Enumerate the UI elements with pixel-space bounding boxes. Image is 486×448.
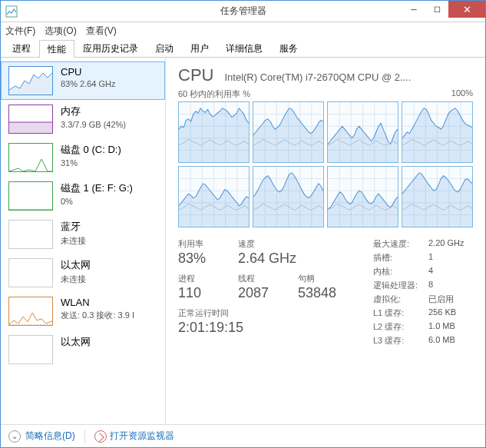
info-label: 最大速度: [373, 238, 428, 250]
stats-right: 最大速度:2.20 GHz插槽:1内核:4逻辑处理器:8虚拟化:已启用L1 缓存… [373, 238, 485, 349]
side-info: CPU 83% 2.64 GHz [61, 66, 116, 88]
tab-启动[interactable]: 启动 [147, 39, 182, 57]
info-value: 256 KB [428, 307, 456, 319]
info-label: 插槽: [373, 252, 428, 264]
menu-item[interactable]: 文件(F) [5, 25, 35, 38]
svg-rect-9 [9, 221, 52, 248]
side-thumb [8, 297, 53, 326]
info-row: 虚拟化:已启用 [373, 294, 485, 305]
svg-rect-10 [9, 259, 52, 287]
chart-max: 100% [451, 88, 473, 100]
sidebar-item-以太网[interactable]: 以太网 [1, 330, 165, 369]
sidebar-item-WLAN[interactable]: WLAN 发送: 0.3 接收: 3.9 I [1, 292, 165, 330]
info-row: L3 缓存:6.0 MB [373, 335, 485, 347]
info-label: L1 缓存: [373, 307, 428, 319]
side-sub: 31% [61, 158, 121, 168]
svg-rect-4 [9, 122, 52, 133]
info-row: 逻辑处理器:8 [373, 280, 485, 291]
stat-row: 进程110线程2087句柄53848 [178, 273, 358, 301]
side-name: 内存 [61, 105, 126, 118]
sidebar-item-CPU[interactable]: CPU 83% 2.64 GHz [1, 61, 165, 100]
side-sub: 未连接 [61, 274, 91, 285]
side-info: 磁盘 0 (C: D:) 31% [61, 143, 121, 168]
close-button[interactable]: ✕ [448, 1, 485, 18]
stat-label: 线程 [238, 273, 298, 284]
side-info: WLAN 发送: 0.3 接收: 3.9 I [61, 297, 134, 321]
stat-value: 110 [178, 285, 238, 301]
stat-value: 53848 [298, 285, 358, 301]
side-thumb [8, 258, 53, 287]
content: CPU 83% 2.64 GHz 内存 3.3/7.9 GB (42%) 磁盘 … [1, 58, 485, 424]
cpu-grid [178, 101, 473, 227]
titlebar: 任务管理器 ─ ☐ ✕ [1, 1, 485, 22]
sidebar-item-蓝牙[interactable]: 蓝牙 未连接 [1, 215, 165, 254]
side-thumb [8, 143, 53, 172]
uptime-value: 2:01:19:15 [178, 320, 358, 336]
info-label: L2 缓存: [373, 321, 428, 333]
info-value: 已启用 [428, 294, 454, 305]
info-row: 内核:4 [373, 266, 485, 277]
window-title: 任务管理器 [220, 5, 266, 18]
side-thumb [8, 335, 53, 364]
tab-用户[interactable]: 用户 [182, 39, 217, 57]
tab-服务[interactable]: 服务 [271, 39, 306, 57]
tab-进程[interactable]: 进程 [4, 39, 39, 57]
side-sub: 83% 2.64 GHz [61, 79, 116, 88]
cpu-core-4 [178, 166, 250, 227]
stat-value: 2.64 GHz [238, 251, 298, 267]
cpu-model: Intel(R) Core(TM) i7-2670QM CPU @ 2.... [224, 71, 411, 83]
stat-col: 进程110 [178, 273, 238, 301]
side-sub: 3.3/7.9 GB (42%) [61, 120, 126, 129]
info-value: 1.0 MB [428, 321, 455, 333]
tab-性能[interactable]: 性能 [39, 40, 74, 58]
stat-col: 利用率83% [178, 238, 238, 267]
menu-item[interactable]: 查看(V) [86, 25, 117, 38]
main-panel: CPU Intel(R) Core(TM) i7-2670QM CPU @ 2.… [166, 58, 485, 424]
stats: 利用率83%速度2.64 GHz进程110线程2087句柄53848 正常运行时… [178, 238, 473, 349]
svg-rect-11 [9, 297, 52, 325]
side-sub: 发送: 0.3 接收: 3.9 I [61, 310, 134, 321]
chevron-down-icon[interactable]: ⌄ [8, 430, 21, 443]
less-details-link[interactable]: 简略信息(D) [25, 430, 75, 443]
side-name: CPU [61, 66, 116, 78]
stat-row: 利用率83%速度2.64 GHz [178, 238, 358, 267]
app-icon [5, 5, 18, 18]
side-name: 蓝牙 [61, 220, 86, 234]
tab-应用历史记录[interactable]: 应用历史记录 [74, 39, 147, 57]
sidebar-item-以太网[interactable]: 以太网 未连接 [1, 254, 165, 292]
open-resource-monitor-link[interactable]: 打开资源监视器 [110, 430, 174, 443]
main-title: CPU [178, 65, 213, 85]
stat-col: 句柄53848 [298, 273, 358, 301]
cpu-core-5 [253, 166, 324, 227]
side-thumb [8, 220, 53, 249]
chart-label: 60 秒内的利用率 % [178, 88, 250, 100]
stat-label: 速度 [238, 238, 298, 250]
sidebar-item-内存[interactable]: 内存 3.3/7.9 GB (42%) [1, 100, 165, 138]
side-thumb [8, 181, 53, 211]
svg-rect-7 [9, 182, 52, 210]
side-sub: 0% [61, 197, 133, 206]
cpu-core-2 [327, 101, 398, 163]
side-info: 磁盘 1 (E: F: G:) 0% [61, 181, 133, 206]
sidebar-item-磁盘 1 (E: F: G:)[interactable]: 磁盘 1 (E: F: G:) 0% [1, 177, 165, 215]
stat-col: 线程2087 [238, 273, 298, 301]
chart-caption: 60 秒内的利用率 % 100% [178, 88, 473, 100]
menu-item[interactable]: 选项(O) [45, 25, 76, 38]
maximize-button[interactable]: ☐ [425, 1, 448, 18]
info-value: 6.0 MB [428, 335, 455, 347]
sidebar-item-磁盘 0 (C: D:)[interactable]: 磁盘 0 (C: D:) 31% [1, 138, 165, 177]
stat-value: 2087 [238, 285, 298, 301]
info-row: L2 缓存:1.0 MB [373, 321, 485, 333]
side-name: 以太网 [61, 258, 91, 272]
side-name: 磁盘 0 (C: D:) [61, 143, 121, 157]
minimize-button[interactable]: ─ [402, 1, 425, 18]
stat-col: 速度2.64 GHz [238, 238, 298, 267]
tab-详细信息[interactable]: 详细信息 [217, 39, 271, 57]
sidebar: CPU 83% 2.64 GHz 内存 3.3/7.9 GB (42%) 磁盘 … [1, 58, 166, 424]
info-label: L3 缓存: [373, 335, 428, 347]
tabs: 进程性能应用历史记录启动用户详细信息服务 [1, 39, 485, 58]
resource-monitor-icon [94, 430, 107, 443]
side-name: WLAN [61, 297, 134, 308]
side-thumb [8, 105, 53, 134]
info-value: 2.20 GHz [428, 238, 464, 250]
